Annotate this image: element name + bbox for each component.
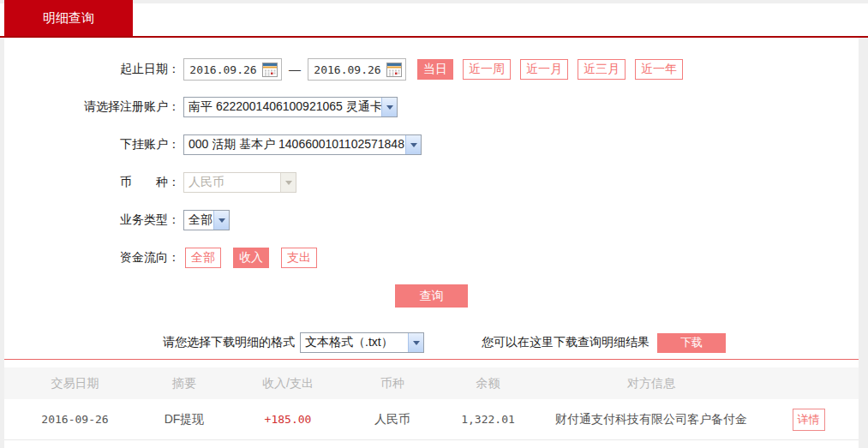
sub-account-row: 下挂账户： 000 活期 基本户 1406600101102571848 — [4, 126, 859, 164]
calendar-icon[interactable] — [386, 62, 404, 78]
register-account-value: 南平 6222001406100921065 灵通卡 — [184, 99, 381, 115]
flow-income-button[interactable]: 收入 — [233, 248, 269, 268]
tab-detail-query[interactable]: 明细查询 — [4, 0, 133, 36]
cell-date: 2016-09-26 — [4, 413, 146, 426]
register-account-row: 请选择注册账户： 南平 6222001406100921065 灵通卡 — [4, 88, 859, 126]
fund-flow-row: 资金流向： 全部 收入 支出 — [4, 239, 859, 277]
business-type-row: 业务类型： 全部 — [4, 201, 859, 239]
range-last-month-button[interactable]: 近一月 — [520, 59, 568, 80]
register-account-select[interactable]: 南平 6222001406100921065 灵通卡 — [183, 97, 398, 117]
cell-action: 详情 — [758, 409, 859, 431]
currency-select: 人民币 — [183, 172, 296, 193]
end-date-input[interactable]: 2016.09.26 — [308, 58, 406, 81]
range-today-button[interactable]: 当日 — [417, 59, 453, 80]
cell-currency: 人民币 — [353, 412, 432, 427]
content-panel: 起止日期： 2016.09.26 — [4, 38, 859, 448]
col-header-counterparty: 对方信息 — [544, 376, 758, 391]
business-type-value: 全部 — [184, 212, 213, 228]
currency-value: 人民币 — [184, 175, 224, 190]
col-header-balance: 余额 — [432, 376, 544, 391]
detail-button[interactable]: 详情 — [793, 409, 825, 431]
cell-amount: +185.00 — [223, 413, 353, 426]
range-last-year-button[interactable]: 近一年 — [635, 59, 683, 80]
end-date-value: 2016.09.26 — [308, 63, 386, 76]
query-button[interactable]: 查询 — [395, 284, 468, 308]
flow-expense-button[interactable]: 支出 — [281, 248, 317, 268]
fund-flow-label: 资金流向： — [4, 250, 180, 266]
business-type-select[interactable]: 全部 — [183, 210, 230, 230]
cell-balance: 1,322.01 — [432, 413, 544, 426]
sub-account-select[interactable]: 000 活期 基本户 1406600101102571848 — [183, 134, 422, 155]
col-header-summary: 摘要 — [146, 376, 223, 391]
business-type-label: 业务类型： — [4, 212, 180, 228]
start-date-value: 2016.09.26 — [184, 63, 262, 76]
cell-counterparty: 财付通支付科技有限公司客户备付金 — [544, 412, 758, 427]
detail-query-page: 明细查询 起止日期： 2016.09.26 — [0, 0, 868, 448]
flow-all-button[interactable]: 全部 — [185, 248, 221, 268]
table-row: 2016-09-26 DF提现 +185.00 人民币 1,322.01 财付通… — [4, 399, 859, 440]
currency-row: 币 种： 人民币 — [4, 164, 859, 201]
chevron-down-icon — [405, 135, 421, 154]
table-header-row: 交易日期 摘要 收入/支出 币种 余额 对方信息 — [4, 367, 859, 399]
register-account-label: 请选择注册账户： — [4, 99, 180, 115]
currency-label: 币 种： — [4, 175, 180, 190]
table-top-rule — [4, 359, 859, 360]
download-hint: 您可以在这里下载查询明细结果 — [482, 335, 650, 350]
calendar-icon[interactable] — [262, 62, 279, 78]
download-format-value: 文本格式（.txt） — [301, 335, 393, 350]
tab-label: 明细查询 — [43, 10, 94, 27]
download-button[interactable]: 下载 — [657, 333, 726, 353]
date-range-label: 起止日期： — [4, 62, 180, 77]
download-row: 请您选择下载明细的格式 文本格式（.txt） 您可以在这里下载查询明细结果 下载 — [4, 332, 859, 353]
cell-summary: DF提现 — [146, 412, 223, 427]
sub-account-value: 000 活期 基本户 1406600101102571848 — [184, 137, 404, 152]
range-last-week-button[interactable]: 近一周 — [463, 59, 511, 80]
date-range-separator: — — [289, 63, 301, 76]
chevron-down-icon — [408, 333, 423, 352]
col-header-currency: 币种 — [353, 376, 432, 391]
date-range-row: 起止日期： 2016.09.26 — [4, 51, 859, 88]
chevron-down-icon — [213, 211, 229, 230]
query-form: 起止日期： 2016.09.26 — [4, 38, 859, 353]
col-header-date: 交易日期 — [4, 376, 146, 391]
range-last-quarter-button[interactable]: 近三月 — [578, 59, 626, 80]
col-header-amount: 收入/支出 — [223, 376, 353, 391]
chevron-down-icon — [280, 173, 296, 192]
start-date-input[interactable]: 2016.09.26 — [183, 58, 282, 81]
download-format-select[interactable]: 文本格式（.txt） — [300, 332, 424, 353]
download-format-label: 请您选择下载明细的格式 — [163, 335, 295, 350]
sub-account-label: 下挂账户： — [4, 137, 180, 152]
chevron-down-icon — [381, 98, 397, 116]
